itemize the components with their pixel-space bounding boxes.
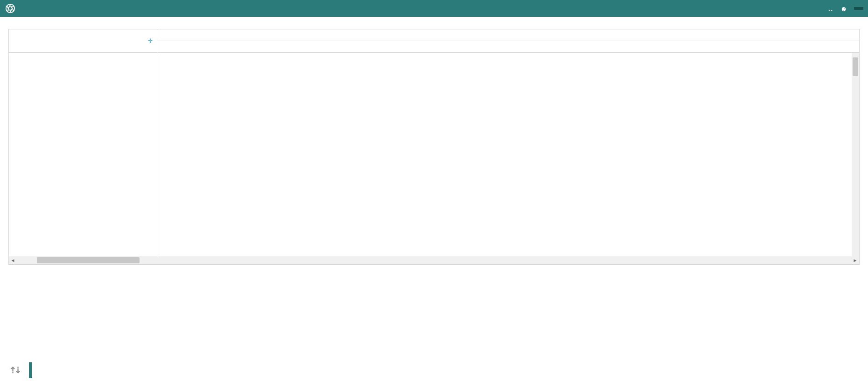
add-column-button[interactable]: + [148, 36, 153, 45]
task-table: + [9, 29, 157, 256]
scrollbar-thumb[interactable] [853, 57, 858, 76]
timeline-header [157, 29, 859, 53]
gantt-container: + ◄ ► [8, 29, 860, 265]
gantt-timeline[interactable] [157, 29, 859, 256]
scroll-right-button[interactable]: ► [851, 256, 859, 264]
hscrollbar-thumb[interactable] [37, 257, 140, 263]
scroll-left-button[interactable]: ◄ [9, 256, 17, 264]
task-table-header: + [9, 29, 157, 53]
vertical-scrollbar[interactable] [852, 53, 859, 256]
more-icon[interactable]: .. [828, 5, 833, 12]
search-button[interactable] [854, 7, 863, 10]
gantt-chart-area[interactable] [157, 53, 859, 256]
aperture-icon [5, 3, 16, 14]
horizontal-scrollbar[interactable]: ◄ ► [9, 256, 859, 264]
top-bar: .. ☻ [0, 0, 868, 17]
face-icon[interactable]: ☻ [840, 5, 847, 13]
page-title [0, 17, 868, 29]
